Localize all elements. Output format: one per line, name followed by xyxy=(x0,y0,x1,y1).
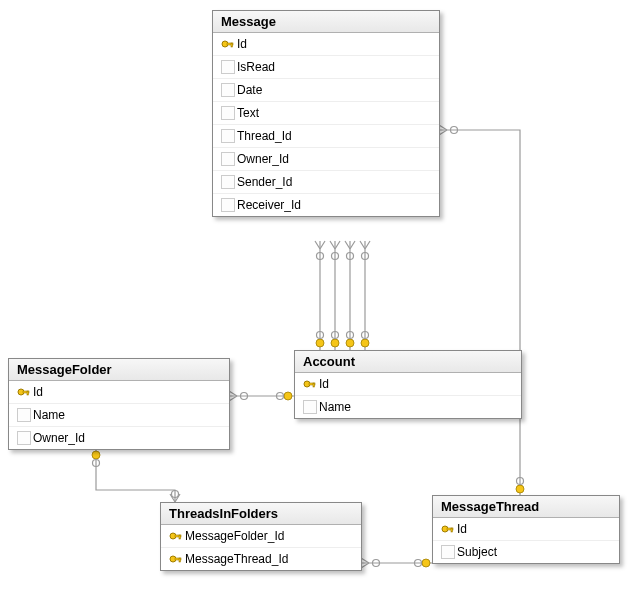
svg-point-12 xyxy=(317,332,324,339)
blank-icon xyxy=(219,60,237,74)
column-name: Id xyxy=(319,377,329,391)
key-icon xyxy=(219,38,237,50)
entity-threadsinfolders[interactable]: ThreadsInFolders MessageFolder_IdMessage… xyxy=(160,502,362,571)
entity-messagefolder[interactable]: MessageFolder IdNameOwner_Id xyxy=(8,358,230,450)
column-name: MessageFolder_Id xyxy=(185,529,284,543)
svg-point-17 xyxy=(516,485,524,493)
column-row[interactable]: Name xyxy=(9,404,229,427)
column-row[interactable]: MessageThread_Id xyxy=(161,548,361,570)
key-icon xyxy=(439,523,457,535)
column-name: Sender_Id xyxy=(237,175,292,189)
entity-message[interactable]: Message IdIsReadDateTextThread_IdOwner_I… xyxy=(212,10,440,217)
svg-point-22 xyxy=(277,393,284,400)
column-row[interactable]: Receiver_Id xyxy=(213,194,439,216)
column-row[interactable]: Id xyxy=(213,33,439,56)
blank-icon xyxy=(15,408,33,422)
key-icon xyxy=(167,530,185,542)
column-name: Id xyxy=(33,385,43,399)
column-name: Owner_Id xyxy=(33,431,85,445)
svg-point-8 xyxy=(316,339,324,347)
svg-rect-41 xyxy=(179,535,181,539)
column-row[interactable]: Name xyxy=(295,396,521,418)
blank-icon xyxy=(219,175,237,189)
column-name: Subject xyxy=(457,545,497,559)
column-name: MessageThread_Id xyxy=(185,552,288,566)
entity-account-header: Account xyxy=(295,351,521,373)
column-row[interactable]: MessageFolder_Id xyxy=(161,525,361,548)
blank-icon xyxy=(219,152,237,166)
blank-icon xyxy=(439,545,457,559)
svg-point-14 xyxy=(347,332,354,339)
column-name: Date xyxy=(237,83,262,97)
key-icon xyxy=(15,386,33,398)
svg-point-29 xyxy=(415,560,422,567)
svg-point-15 xyxy=(362,332,369,339)
entity-messagefolder-header: MessageFolder xyxy=(9,359,229,381)
svg-point-5 xyxy=(332,253,339,260)
column-name: Owner_Id xyxy=(237,152,289,166)
key-icon xyxy=(301,378,319,390)
svg-point-10 xyxy=(346,339,354,347)
entity-account[interactable]: Account IdName xyxy=(294,350,522,419)
column-row[interactable]: Owner_Id xyxy=(9,427,229,449)
column-row[interactable]: Id xyxy=(433,518,619,541)
column-name: Name xyxy=(319,400,351,414)
svg-point-13 xyxy=(332,332,339,339)
column-row[interactable]: Id xyxy=(9,381,229,404)
column-row[interactable]: Subject xyxy=(433,541,619,563)
column-name: Text xyxy=(237,106,259,120)
svg-point-28 xyxy=(422,559,430,567)
svg-point-6 xyxy=(347,253,354,260)
svg-point-18 xyxy=(517,478,524,485)
svg-point-20 xyxy=(241,393,248,400)
svg-rect-38 xyxy=(27,391,29,395)
svg-point-11 xyxy=(361,339,369,347)
column-row[interactable]: Sender_Id xyxy=(213,171,439,194)
blank-icon xyxy=(219,198,237,212)
blank-icon xyxy=(219,83,237,97)
column-name: Name xyxy=(33,408,65,422)
entity-messagethread-columns: IdSubject xyxy=(433,518,619,563)
entity-messagethread-header: MessageThread xyxy=(433,496,619,518)
svg-point-24 xyxy=(93,460,100,467)
entity-message-columns: IdIsReadDateTextThread_IdOwner_IdSender_… xyxy=(213,33,439,216)
svg-point-21 xyxy=(284,392,292,400)
column-row[interactable]: Text xyxy=(213,102,439,125)
svg-point-4 xyxy=(317,253,324,260)
svg-point-9 xyxy=(331,339,339,347)
entity-message-header: Message xyxy=(213,11,439,33)
blank-icon xyxy=(219,129,237,143)
column-name: Receiver_Id xyxy=(237,198,301,212)
column-name: IsRead xyxy=(237,60,275,74)
column-name: Id xyxy=(237,37,247,51)
entity-account-columns: IdName xyxy=(295,373,521,418)
svg-rect-44 xyxy=(179,558,181,562)
column-name: Thread_Id xyxy=(237,129,292,143)
entity-messagefolder-columns: IdNameOwner_Id xyxy=(9,381,229,449)
svg-rect-32 xyxy=(231,43,233,47)
column-row[interactable]: Owner_Id xyxy=(213,148,439,171)
column-row[interactable]: IsRead xyxy=(213,56,439,79)
column-row[interactable]: Id xyxy=(295,373,521,396)
blank-icon xyxy=(219,106,237,120)
svg-point-7 xyxy=(362,253,369,260)
blank-icon xyxy=(15,431,33,445)
blank-icon xyxy=(301,400,319,414)
svg-point-27 xyxy=(373,560,380,567)
svg-point-25 xyxy=(172,491,179,498)
column-name: Id xyxy=(457,522,467,536)
svg-rect-35 xyxy=(313,383,315,387)
svg-point-16 xyxy=(451,127,458,134)
entity-threadsinfolders-header: ThreadsInFolders xyxy=(161,503,361,525)
entity-threadsinfolders-columns: MessageFolder_IdMessageThread_Id xyxy=(161,525,361,570)
entity-messagethread[interactable]: MessageThread IdSubject xyxy=(432,495,620,564)
svg-point-23 xyxy=(92,451,100,459)
key-icon xyxy=(167,553,185,565)
svg-rect-47 xyxy=(451,528,453,532)
column-row[interactable]: Thread_Id xyxy=(213,125,439,148)
column-row[interactable]: Date xyxy=(213,79,439,102)
